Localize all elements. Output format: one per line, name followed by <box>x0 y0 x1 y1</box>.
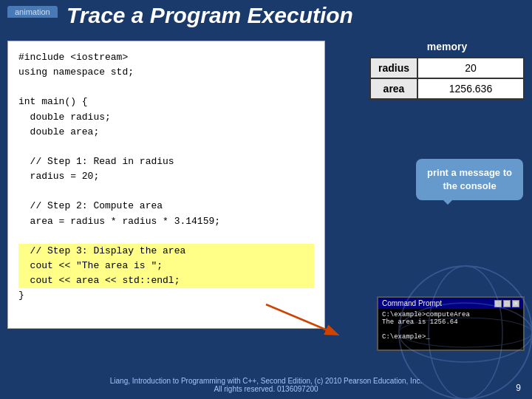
svg-point-3 <box>399 303 532 362</box>
code-line-1: #include <iostream> <box>18 50 314 65</box>
arrow-decoration <box>262 297 351 341</box>
code-panel: #include <iostream> using namespace std;… <box>7 41 325 329</box>
memory-row-area-value: 1256.636 <box>417 78 524 99</box>
memory-label: memory <box>369 41 525 52</box>
memory-row-radius-value: 20 <box>417 58 524 78</box>
code-line-3 <box>18 80 314 95</box>
page-number: 9 <box>516 383 521 393</box>
code-line-14: // Step 3: Display the area <box>18 244 314 259</box>
code-line-13 <box>18 229 314 244</box>
print-message-bubble: print a message to the console <box>416 159 523 200</box>
code-line-2: using namespace std; <box>18 65 314 80</box>
memory-row-area: area 1256.636 <box>370 78 524 99</box>
memory-row-radius-name: radius <box>370 58 417 78</box>
memory-row-radius: radius 20 <box>370 58 524 78</box>
code-line-8: // Step 1: Read in radius <box>18 154 314 169</box>
svg-line-0 <box>266 304 336 334</box>
code-line-16: cout << area << std::endl; <box>18 273 314 288</box>
memory-row-area-name: area <box>370 78 417 99</box>
print-message-text: print a message to the console <box>427 167 512 191</box>
memory-panel: memory radius 20 area 1256.636 <box>369 41 525 100</box>
code-line-4: int main() { <box>18 95 314 109</box>
animation-tab-label: animation <box>15 7 50 16</box>
code-line-7 <box>18 140 314 154</box>
footer: Liang, Introduction to Programming with … <box>0 377 532 393</box>
code-line-10 <box>18 184 314 199</box>
code-line-9: radius = 20; <box>18 169 314 184</box>
code-line-15: cout << "The area is "; <box>18 259 314 273</box>
code-line-6: double area; <box>18 125 314 140</box>
code-line-12: area = radius * radius * 3.14159; <box>18 214 314 229</box>
memory-table: radius 20 area 1256.636 <box>369 57 525 100</box>
svg-point-4 <box>399 318 532 347</box>
footer-text: Liang, Introduction to Programming with … <box>110 377 422 393</box>
code-line-5: double radius; <box>18 110 314 125</box>
animation-tab[interactable]: animation <box>7 6 58 18</box>
page-title: Trace a Program Execution <box>66 3 353 28</box>
code-line-11: // Step 2: Compute area <box>18 199 314 214</box>
